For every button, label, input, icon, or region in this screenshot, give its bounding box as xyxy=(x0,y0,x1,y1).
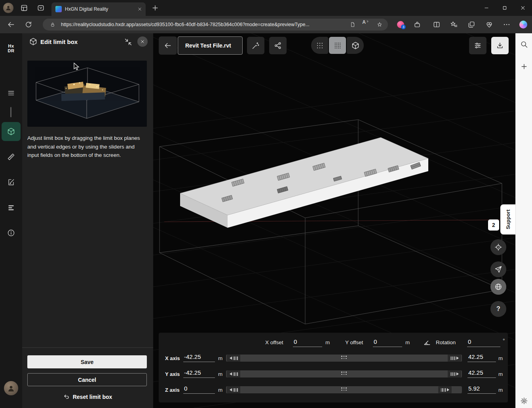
view-settings-icon[interactable] xyxy=(469,37,486,54)
sidebar-item-measure[interactable] xyxy=(0,148,22,166)
navigate-icon[interactable] xyxy=(490,261,506,277)
help-button[interactable]: ? xyxy=(490,301,506,317)
3d-viewport[interactable]: Revit Test File.rvt xyxy=(153,33,515,408)
point-cloud-dense-mode[interactable] xyxy=(329,37,346,54)
page-tools-icon[interactable] xyxy=(348,19,358,30)
new-tab-button[interactable] xyxy=(149,2,162,14)
refresh-icon[interactable] xyxy=(22,18,35,31)
menu-icon[interactable] xyxy=(0,84,22,102)
x-axis-slider[interactable] xyxy=(226,355,462,362)
settings-more-icon[interactable] xyxy=(500,18,513,31)
y-axis-min-input[interactable]: -42.25 xyxy=(183,368,215,378)
z-axis-max-unit: m xyxy=(498,387,503,393)
panel-title: Edit limit box xyxy=(40,38,78,45)
window-close-button[interactable] xyxy=(514,0,532,16)
browser-window: HxGN Digital Reality https xyxy=(0,0,532,408)
favorites-bar-icon[interactable] xyxy=(448,18,460,31)
cancel-button[interactable]: Cancel xyxy=(27,373,147,386)
z-axis-slider-right-handle[interactable] xyxy=(438,386,452,393)
logo-line-1: Hx xyxy=(0,44,22,48)
sidebar-item-layers[interactable] xyxy=(0,199,22,216)
sidebar-item-annotate[interactable] xyxy=(0,173,22,191)
reset-limit-box-button[interactable]: Reset limit box xyxy=(22,391,153,402)
sidebar-settings-gear-icon[interactable] xyxy=(518,395,530,407)
x-axis-min-unit: m xyxy=(218,355,222,361)
z-axis-max-input[interactable]: 5.92 xyxy=(467,384,496,394)
file-name-chip: Revit Test File.rvt xyxy=(178,36,243,55)
z-axis-slider[interactable] xyxy=(226,386,462,393)
x-offset-input[interactable]: 0 xyxy=(293,337,322,347)
mesh-mode[interactable] xyxy=(347,37,364,54)
back-icon[interactable] xyxy=(5,18,17,31)
z-axis-min-unit: m xyxy=(218,387,222,393)
workspaces-icon[interactable] xyxy=(18,2,30,14)
browser-profile-avatar[interactable] xyxy=(3,3,13,13)
file-name: Revit Test File.rvt xyxy=(185,42,231,49)
download-button[interactable] xyxy=(491,37,509,54)
y-offset-input[interactable]: 0 xyxy=(373,337,402,347)
extension-badge-icon[interactable]: 3 xyxy=(394,18,407,31)
y-axis-slider-left-handle[interactable] xyxy=(227,370,240,377)
collapse-panel-icon[interactable] xyxy=(124,38,132,46)
offsets-row: X offset 0 m Y offset 0 m Rotation 0 ° xyxy=(159,336,508,350)
url-text[interactable]: https://realitycloudstudio.hxdr.app/asse… xyxy=(61,22,344,27)
browser-essentials-icon[interactable] xyxy=(483,18,496,31)
globe-icon[interactable] xyxy=(490,279,506,295)
save-button[interactable]: Save xyxy=(27,355,147,368)
lock-icon[interactable] xyxy=(48,19,58,30)
view-2d-button[interactable]: 2 xyxy=(488,219,499,231)
rotation-input[interactable]: 0 xyxy=(467,337,500,347)
close-panel-icon[interactable] xyxy=(137,36,148,47)
z-axis-min-input[interactable]: 0 xyxy=(183,384,215,394)
favorite-star-icon[interactable] xyxy=(374,19,385,30)
rotation-label: Rotation xyxy=(436,339,456,345)
search-icon[interactable] xyxy=(518,38,530,51)
split-screen-icon[interactable] xyxy=(430,18,443,31)
mouse-cursor xyxy=(74,63,80,71)
x-offset-label: X offset xyxy=(265,339,283,345)
viewport-back-button[interactable] xyxy=(159,36,177,55)
hxdr-logo: Hx DR xyxy=(0,44,22,53)
x-axis-slider-grip[interactable] xyxy=(341,356,347,359)
extensions-icon[interactable] xyxy=(411,18,424,31)
x-axis-min-input[interactable]: -42.25 xyxy=(183,353,215,362)
y-axis-max-unit: m xyxy=(498,371,503,377)
limit-box-icon xyxy=(29,38,37,46)
z-axis-slider-left-handle[interactable] xyxy=(227,386,240,393)
window-minimize-button[interactable] xyxy=(477,0,496,16)
recenter-crosshair-icon[interactable] xyxy=(490,239,506,255)
logo-line-2: DR xyxy=(0,48,22,53)
sidebar-add-icon[interactable] xyxy=(518,60,530,73)
read-aloud-icon[interactable]: A xyxy=(361,19,371,30)
y-axis-slider[interactable] xyxy=(226,370,462,377)
y-axis-max-input[interactable]: 42.25 xyxy=(467,368,496,378)
magic-wand-icon[interactable] xyxy=(247,37,264,54)
app-sidebar: Hx DR xyxy=(0,33,22,408)
point-cloud-sparse-mode[interactable] xyxy=(311,37,328,54)
collections-icon[interactable] xyxy=(465,18,478,31)
share-nodes-icon[interactable] xyxy=(269,37,287,54)
sidebar-item-info[interactable] xyxy=(0,224,22,242)
tab-title: HxGN Digital Reality xyxy=(65,6,134,12)
window-maximize-button[interactable] xyxy=(496,0,514,16)
sidebar-item-assets[interactable] xyxy=(2,122,21,141)
x-axis-slider-left-handle[interactable] xyxy=(227,355,240,362)
limit-box-preview-image xyxy=(27,61,147,127)
x-axis-slider-right-handle[interactable] xyxy=(448,355,461,362)
copilot-icon[interactable] xyxy=(517,18,530,31)
edge-sidebar xyxy=(515,33,532,408)
x-offset-unit: m xyxy=(325,339,330,345)
y-axis-slider-grip[interactable] xyxy=(341,372,347,375)
undo-icon xyxy=(63,394,70,400)
tab-favicon xyxy=(55,6,62,12)
tab-actions-icon[interactable] xyxy=(34,2,47,14)
rail-divider xyxy=(10,107,11,117)
browser-tab[interactable]: HxGN Digital Reality xyxy=(51,2,146,16)
support-tab[interactable]: Support xyxy=(500,204,515,235)
tab-close-icon[interactable] xyxy=(137,6,142,12)
z-axis-slider-grip[interactable] xyxy=(341,387,347,391)
x-axis-max-input[interactable]: 42.25 xyxy=(467,353,496,362)
user-avatar[interactable] xyxy=(4,381,18,395)
address-bar[interactable]: https://realitycloudstudio.hxdr.app/asse… xyxy=(43,19,388,31)
y-axis-slider-right-handle[interactable] xyxy=(448,370,461,377)
